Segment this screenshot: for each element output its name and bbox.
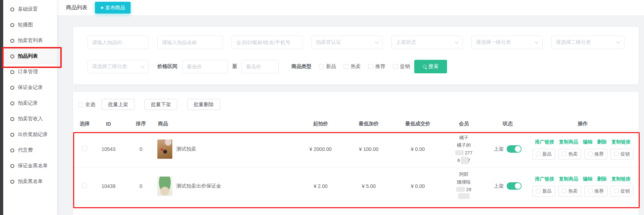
sidebar-item-label: 拍卖官收入 xyxy=(18,116,43,122)
radio-circle-icon xyxy=(10,117,14,121)
product-image xyxy=(157,140,172,159)
action-link[interactable]: 复制链接 xyxy=(612,176,631,182)
action-link[interactable]: 删除 xyxy=(597,176,607,182)
action-link[interactable]: 编辑 xyxy=(583,176,593,182)
item-id-input[interactable] xyxy=(87,36,149,49)
member-cell: 橘子 橘子的 277 6 7 xyxy=(443,134,485,164)
sidebar-item[interactable]: 轮播图 xyxy=(3,17,57,33)
column-header: ID xyxy=(92,121,125,127)
tab-product-list[interactable]: 商品列表 xyxy=(66,4,87,11)
tag-checkbox-chip[interactable]: 热卖 xyxy=(558,186,581,196)
batch-action-button[interactable]: 批量删除 xyxy=(187,99,220,110)
select-all-checkbox[interactable]: 全选 xyxy=(78,101,95,108)
select-placeholder: 请选择三级分类 xyxy=(92,63,127,70)
member-name-line xyxy=(458,193,470,201)
auctioneer-cert-select[interactable]: 拍卖官认证 xyxy=(311,36,383,49)
radio-circle-icon xyxy=(10,7,14,11)
sidebar-item[interactable]: 拍卖黑名单 xyxy=(3,174,57,189)
batch-action-button[interactable]: 批量上架 xyxy=(102,99,135,110)
search-button[interactable]: 搜索 xyxy=(414,60,447,73)
tag-checkbox-chip[interactable]: 促销 xyxy=(610,149,633,159)
radio-circle-icon xyxy=(10,54,14,58)
product-type-checkbox[interactable]: 热卖 xyxy=(344,63,361,70)
shelf-status-select[interactable]: 上架状态 xyxy=(391,36,463,49)
action-link[interactable]: 复制商品 xyxy=(559,176,578,182)
tag-checkbox-chip[interactable]: 促销 xyxy=(610,186,633,196)
max-price-input[interactable] xyxy=(242,60,279,73)
sidebar-item-label: 代言费 xyxy=(18,147,33,153)
checkbox-icon xyxy=(368,64,373,69)
checkbox-icon xyxy=(536,189,541,193)
tag-label: 促销 xyxy=(620,151,630,157)
checkbox-icon xyxy=(614,152,619,156)
column-header: 选择 xyxy=(77,121,92,127)
action-link[interactable]: 编辑 xyxy=(583,139,593,145)
product-name: 测试拍卖出价保证金 xyxy=(176,183,221,189)
sidebar-item[interactable]: 保证金黑名单 xyxy=(3,158,57,174)
product-name: 测试拍卖 xyxy=(176,146,196,152)
sidebar-item[interactable]: 订单管理 xyxy=(3,64,57,80)
sidebar-item[interactable]: 拍卖官收入 xyxy=(3,111,57,127)
member-name-line: 橘子 xyxy=(459,134,468,141)
publish-product-button[interactable]: + 发布商品 xyxy=(95,2,131,14)
checkbox-icon xyxy=(562,189,567,193)
category1-select[interactable]: 请选择一级分类 xyxy=(471,36,543,49)
product-type-checkbox[interactable]: 促销 xyxy=(393,63,410,70)
item-name-input[interactable] xyxy=(157,36,223,49)
category2-select[interactable]: 请选择二级分类 xyxy=(551,36,624,49)
sidebar-item[interactable]: 出价奖励记录 xyxy=(3,127,57,142)
sidebar-item-label: 轮播图 xyxy=(18,22,33,28)
tag-checkbox-chip[interactable]: 推荐 xyxy=(584,149,607,159)
sidebar-item[interactable]: 拍品列表 xyxy=(3,48,57,64)
select-placeholder: 上架状态 xyxy=(396,39,416,46)
table-row: 10439 0 测试拍卖出价保证金 ¥ 2.00 ¥ 5.00 ¥ 0.00 阿… xyxy=(73,168,639,205)
column-header: 最低成交价 xyxy=(393,121,443,127)
checkbox-icon xyxy=(614,189,619,193)
min-price-input[interactable] xyxy=(182,60,228,73)
batch-action-button[interactable]: 批量下架 xyxy=(144,99,177,110)
product-type-checkbox[interactable]: 推荐 xyxy=(368,63,385,70)
select-placeholder: 拍卖官认证 xyxy=(316,39,341,46)
row-checkbox[interactable] xyxy=(82,183,87,188)
checkbox-icon xyxy=(319,64,324,69)
radio-circle-icon xyxy=(10,101,14,105)
product-type-checkbox[interactable]: 新品 xyxy=(319,63,336,70)
action-link[interactable]: 推广链接 xyxy=(535,139,554,145)
shelf-status-toggle[interactable] xyxy=(507,182,522,190)
sidebar: 基础设置 轮播图 拍卖官列表 拍品列表 订单管理 保证金记录 拍卖记录 xyxy=(3,0,57,215)
action-link[interactable]: 复制链接 xyxy=(612,139,631,145)
screen-edge xyxy=(0,0,3,215)
sidebar-item[interactable]: 拍卖记录 xyxy=(3,95,57,111)
row-checkbox[interactable] xyxy=(82,146,87,151)
tag-checkbox-chip[interactable]: 热卖 xyxy=(558,149,581,159)
sidebar-item[interactable]: 基础设置 xyxy=(3,1,57,17)
status-label: 上架 xyxy=(494,146,504,152)
tag-label: 新品 xyxy=(542,151,552,157)
radio-circle-icon xyxy=(10,180,14,184)
select-all-label: 全选 xyxy=(85,101,95,108)
sidebar-item[interactable]: 拍卖官列表 xyxy=(3,33,57,48)
radio-circle-icon xyxy=(10,148,14,152)
column-header: 操作 xyxy=(531,121,635,127)
min-increase-price: ¥ 100.00 xyxy=(345,146,393,152)
member-search-input[interactable] xyxy=(232,36,303,49)
member-cell: 阿部 随便啦 29 xyxy=(443,171,485,201)
action-link[interactable]: 删除 xyxy=(597,139,607,145)
product-type-option-label: 新品 xyxy=(326,63,336,70)
tag-checkbox-chip[interactable]: 推荐 xyxy=(584,186,607,196)
row-tag-chips: 新品 热卖 推荐 xyxy=(532,186,633,196)
sidebar-item[interactable]: 代言费 xyxy=(3,142,57,158)
sidebar-item[interactable]: 保证金记录 xyxy=(3,80,57,95)
sidebar-item-label: 拍卖黑名单 xyxy=(18,178,43,185)
action-link[interactable]: 复制商品 xyxy=(559,139,578,145)
product-id: 10543 xyxy=(92,146,125,152)
action-link[interactable]: 推广链接 xyxy=(535,176,554,182)
category3-select[interactable]: 请选择三级分类 xyxy=(87,60,149,73)
tag-checkbox-chip[interactable]: 新品 xyxy=(532,149,555,159)
sidebar-item-label: 拍卖记录 xyxy=(18,100,38,106)
chevron-down-icon xyxy=(534,40,538,43)
tag-checkbox-chip[interactable]: 新品 xyxy=(532,186,555,196)
member-name-line: 随便啦 xyxy=(457,178,471,186)
shelf-status-toggle[interactable] xyxy=(507,145,522,153)
product-id: 10439 xyxy=(92,183,125,189)
